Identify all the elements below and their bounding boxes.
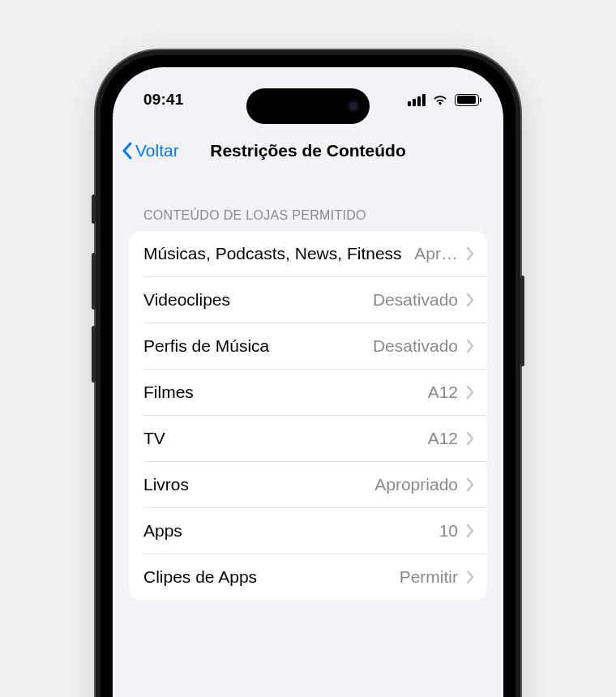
row-value: A12 <box>428 383 458 402</box>
chevron-right-icon <box>466 431 474 446</box>
screen: 09:41 <box>113 67 503 697</box>
row-clipes-apps[interactable]: Clipes de Apps Permitir <box>143 554 487 600</box>
wifi-icon <box>432 94 448 106</box>
row-value: Desativado <box>373 336 458 356</box>
row-label: Apps <box>143 521 439 541</box>
chevron-right-icon <box>466 293 474 307</box>
back-label: Voltar <box>135 141 179 160</box>
content-area: CONTEÚDO DE LOJAS PERMITIDO Músicas, Pod… <box>113 189 503 600</box>
row-apps[interactable]: Apps 10 <box>143 507 487 554</box>
volume-down-button <box>92 326 96 383</box>
navigation-bar: Voltar Restrições de Conteúdo <box>113 129 503 173</box>
row-value: Permitir <box>400 567 458 587</box>
chevron-right-icon <box>466 477 474 492</box>
chevron-right-icon <box>466 524 474 538</box>
row-label: Livros <box>143 475 374 494</box>
cellular-icon <box>408 94 426 106</box>
phone-bezel: 09:41 <box>101 55 515 697</box>
row-filmes[interactable]: Filmes A12 <box>143 369 487 415</box>
row-label: Músicas, Podcasts, News, Fitness <box>143 244 414 263</box>
power-button <box>520 276 524 366</box>
settings-group: Músicas, Podcasts, News, Fitness Apr… Vi… <box>129 231 487 600</box>
section-header: CONTEÚDO DE LOJAS PERMITIDO <box>143 208 487 223</box>
row-label: Videoclipes <box>143 290 373 310</box>
row-value: 10 <box>439 521 458 541</box>
chevron-left-icon <box>121 141 134 160</box>
back-button[interactable]: Voltar <box>121 141 179 160</box>
row-tv[interactable]: TV A12 <box>143 415 487 461</box>
row-perfis-musica[interactable]: Perfis de Música Desativado <box>143 323 487 369</box>
row-value: A12 <box>428 429 458 448</box>
row-videoclipes[interactable]: Videoclipes Desativado <box>143 276 487 323</box>
phone-frame: 09:41 <box>96 50 520 697</box>
chevron-right-icon <box>466 570 474 584</box>
chevron-right-icon <box>466 385 474 400</box>
front-camera-icon <box>347 100 360 113</box>
row-value: Desativado <box>373 290 458 310</box>
volume-up-button <box>92 253 96 310</box>
row-label: TV <box>143 429 428 448</box>
chevron-right-icon <box>466 339 474 353</box>
row-label: Perfis de Música <box>143 336 373 356</box>
row-label: Filmes <box>143 383 428 402</box>
status-indicators <box>408 94 479 106</box>
chevron-right-icon <box>466 246 474 261</box>
silence-switch <box>92 195 96 224</box>
dynamic-island <box>246 88 370 124</box>
stage: 09:41 <box>0 0 616 697</box>
row-livros[interactable]: Livros Apropriado <box>143 461 487 507</box>
row-value: Apropriado <box>374 475 458 494</box>
row-music-podcasts-news-fitness[interactable]: Músicas, Podcasts, News, Fitness Apr… <box>129 231 487 276</box>
row-label: Clipes de Apps <box>143 567 400 587</box>
row-value: Apr… <box>414 244 458 263</box>
battery-icon <box>455 94 479 106</box>
status-time: 09:41 <box>143 91 184 109</box>
